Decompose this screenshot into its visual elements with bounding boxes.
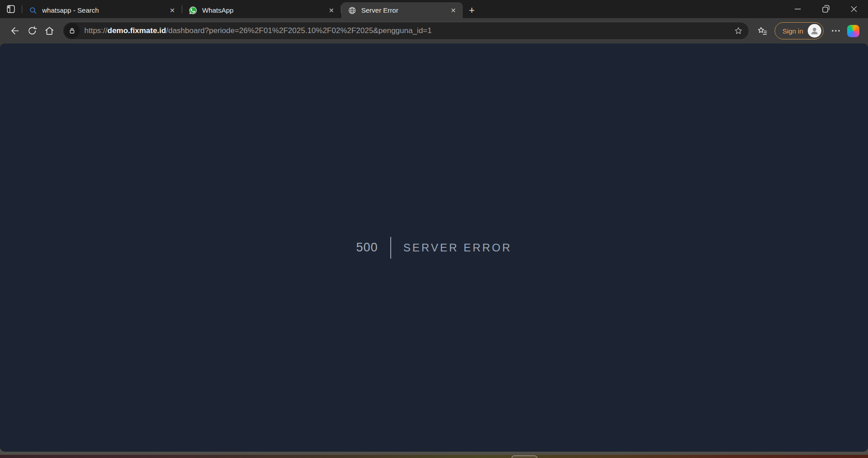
url-domain: demo.fixmate.id	[107, 26, 166, 35]
new-tab-button[interactable]: +	[463, 2, 481, 18]
tab-title: whatsapp - Search	[42, 6, 162, 14]
tab-title: WhatsApp	[202, 6, 321, 14]
tab-title: Server Error	[361, 6, 443, 14]
taskbar-pill[interactable]	[511, 455, 538, 458]
search-icon	[29, 6, 38, 15]
globe-icon	[348, 6, 357, 15]
minimize-icon	[793, 4, 803, 14]
address-bar[interactable]: https://demo.fixmate.id/dashboard?period…	[63, 22, 749, 40]
site-security-button[interactable]	[64, 23, 80, 39]
sign-in-label: Sign in	[782, 27, 803, 35]
lock-icon	[68, 26, 77, 35]
error-page: 500 SERVER ERROR	[0, 43, 868, 452]
url-text: https://demo.fixmate.id/dashboard?period…	[84, 26, 726, 35]
navigation-toolbar: https://demo.fixmate.id/dashboard?period…	[0, 18, 868, 43]
ellipsis-icon	[830, 25, 841, 36]
restore-icon	[821, 4, 831, 14]
error-code: 500	[356, 241, 378, 255]
close-window-button[interactable]	[840, 0, 868, 18]
close-tab-icon[interactable]: ✕	[447, 5, 459, 16]
refresh-button[interactable]	[24, 22, 41, 39]
home-icon	[44, 25, 55, 36]
url-path: /dashboard?periode=26%2F01%2F2025.10%2F0…	[166, 26, 432, 35]
error-message: SERVER ERROR	[403, 241, 512, 254]
close-tab-icon[interactable]: ✕	[325, 5, 337, 16]
browser-window: whatsapp - Search ✕ WhatsApp ✕	[0, 0, 868, 458]
star-icon	[733, 26, 743, 36]
favorites-button[interactable]	[754, 22, 771, 39]
desktop-wallpaper-sliver	[0, 455, 868, 458]
tab-actions-icon	[6, 4, 16, 14]
restore-button[interactable]	[812, 0, 840, 18]
profile-avatar-icon	[808, 24, 821, 38]
copilot-icon	[847, 25, 859, 37]
back-button[interactable]	[6, 22, 24, 39]
tab-whatsapp-search[interactable]: whatsapp - Search ✕	[22, 2, 182, 18]
tab-bar: whatsapp - Search ✕ WhatsApp ✕	[0, 0, 868, 18]
tab-actions-menu-button[interactable]	[0, 0, 22, 18]
home-button[interactable]	[41, 22, 58, 39]
error-message-block: 500 SERVER ERROR	[356, 237, 512, 259]
settings-more-button[interactable]	[827, 22, 844, 39]
sign-in-button[interactable]: Sign in	[775, 22, 824, 39]
url-scheme: https://	[84, 26, 107, 35]
window-controls	[784, 0, 868, 18]
close-tab-icon[interactable]: ✕	[166, 5, 178, 16]
close-icon	[849, 4, 859, 14]
title-bar-drag-area	[481, 0, 784, 18]
taskbar-edge	[0, 452, 868, 455]
minimize-button[interactable]	[784, 0, 812, 18]
whatsapp-icon	[189, 6, 198, 15]
back-arrow-icon	[10, 25, 20, 36]
error-divider	[390, 237, 391, 259]
tab-server-error-active[interactable]: Server Error ✕	[341, 2, 463, 18]
favorites-star-list-icon	[757, 25, 768, 36]
copilot-button[interactable]	[844, 22, 862, 39]
add-favorite-button[interactable]	[731, 23, 746, 39]
refresh-icon	[27, 25, 38, 36]
tab-whatsapp[interactable]: WhatsApp ✕	[182, 2, 341, 18]
web-content-frame: 500 SERVER ERROR	[0, 43, 868, 452]
